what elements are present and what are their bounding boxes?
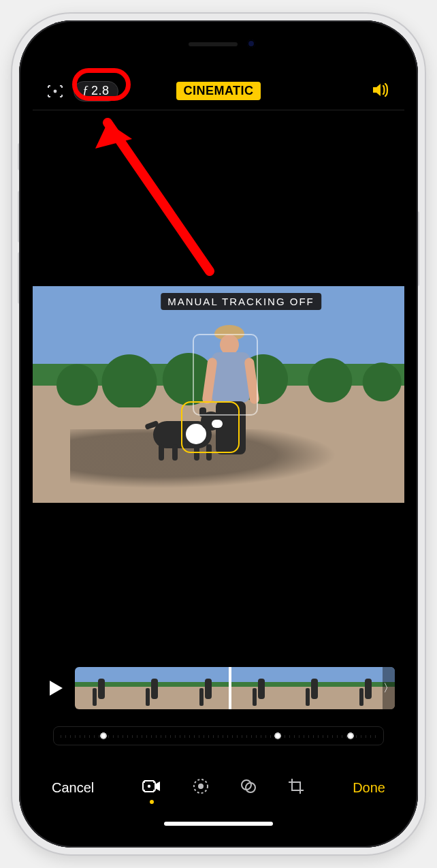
depth-keyframe[interactable] [347, 732, 354, 739]
trim-handle-right[interactable]: 〉 [383, 667, 395, 709]
notch [137, 34, 300, 57]
playhead[interactable] [229, 667, 231, 709]
svg-point-0 [54, 89, 57, 93]
timeline: 〈 〉 [42, 664, 395, 713]
focus-rect-primary[interactable] [181, 401, 240, 453]
cancel-button[interactable]: Cancel [52, 780, 94, 796]
video-tool-icon[interactable] [142, 778, 162, 797]
svg-point-7 [198, 784, 204, 789]
svg-line-1 [108, 123, 210, 271]
tracking-status-label: MANUAL TRACKING OFF [161, 293, 321, 310]
clip-thumbnail [182, 667, 235, 709]
clip-thumbnail [235, 667, 288, 709]
clip-thumbnail [128, 667, 181, 709]
svg-marker-3 [50, 681, 63, 696]
depth-ticks [61, 735, 376, 738]
filters-tool-icon[interactable] [240, 777, 257, 798]
svg-point-5 [148, 785, 150, 788]
crop-tool-icon[interactable] [287, 777, 305, 798]
svg-marker-2 [95, 123, 132, 149]
video-preview[interactable]: MANUAL TRACKING OFF [33, 286, 404, 503]
depth-keyframe[interactable] [100, 732, 107, 739]
aperture-f-glyph: ƒ [82, 84, 88, 98]
depth-ruler[interactable] [53, 726, 384, 745]
depth-keyframe[interactable] [274, 732, 281, 739]
editor-bottom-bar: Cancel [33, 766, 404, 809]
clip-strip[interactable]: 〈 〉 [75, 667, 395, 709]
tool-row [142, 777, 305, 798]
clip-thumbnail [288, 667, 341, 709]
device-bezel: ƒ 2.8 CINEMATIC [19, 20, 418, 848]
adjust-tool-icon[interactable] [192, 777, 210, 798]
play-button[interactable] [42, 667, 69, 709]
mode-badge[interactable]: CINEMATIC [176, 82, 260, 100]
screen: ƒ 2.8 CINEMATIC [33, 34, 404, 834]
home-indicator[interactable] [164, 822, 273, 826]
annotation-arrow-icon [94, 101, 223, 278]
clip-thumbnail [75, 667, 128, 709]
aperture-value: 2.8 [91, 84, 110, 98]
volume-icon[interactable] [372, 89, 391, 100]
done-button[interactable]: Done [353, 780, 385, 796]
cinematic-frame-icon[interactable] [46, 84, 64, 99]
editor-top-bar: ƒ 2.8 CINEMATIC [33, 72, 404, 110]
device-frame: ƒ 2.8 CINEMATIC [12, 14, 425, 854]
aperture-button[interactable]: ƒ 2.8 [74, 81, 118, 102]
